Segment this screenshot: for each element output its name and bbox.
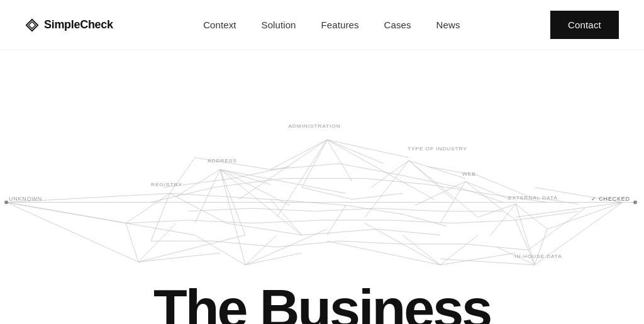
svg-line-72 — [340, 164, 402, 176]
svg-line-29 — [371, 160, 409, 187]
label-administration: ADMINISTRATION — [288, 123, 340, 129]
svg-line-73 — [402, 176, 459, 187]
svg-line-78 — [377, 208, 440, 211]
svg-line-20 — [220, 169, 346, 193]
hero-heading: The Business — [153, 281, 491, 324]
svg-line-31 — [409, 160, 478, 217]
nav-features[interactable]: Features — [321, 20, 359, 30]
svg-line-8 — [327, 140, 384, 164]
svg-line-38 — [491, 204, 516, 235]
svg-line-24 — [170, 193, 226, 223]
svg-line-103 — [478, 176, 528, 196]
svg-line-32 — [465, 181, 509, 199]
unknown-label: UNKNOWN — [9, 196, 42, 202]
logo-text: SimpleCheck — [44, 18, 113, 31]
network-svg: UNKNOWN ✓ CHECKED ADMINISTRATION TYPE OF… — [0, 50, 644, 277]
svg-line-66 — [352, 193, 402, 199]
contact-button[interactable]: Contact — [550, 11, 619, 39]
svg-line-71 — [270, 164, 340, 169]
svg-line-11 — [327, 140, 409, 157]
svg-line-39 — [478, 204, 516, 217]
label-address: ADDRESS — [208, 158, 237, 164]
label-registry: REGISTRY — [151, 182, 182, 187]
svg-line-10 — [302, 140, 327, 187]
svg-line-95 — [277, 241, 340, 247]
site-header: SimpleCheck Context Solution Features Ca… — [0, 0, 644, 50]
svg-line-74 — [459, 187, 503, 203]
nav-cases[interactable]: Cases — [384, 20, 411, 30]
svg-line-22 — [170, 158, 195, 194]
svg-line-90 — [390, 220, 453, 223]
svg-line-69 — [377, 229, 440, 235]
svg-line-6 — [547, 203, 623, 230]
svg-line-96 — [340, 241, 402, 244]
logo: SimpleCheck — [25, 18, 113, 32]
svg-line-91 — [453, 220, 516, 223]
svg-point-105 — [4, 201, 8, 204]
svg-line-62 — [346, 205, 402, 214]
svg-line-5 — [516, 203, 623, 218]
svg-line-3 — [6, 203, 126, 223]
svg-line-16 — [220, 169, 270, 184]
svg-line-27 — [409, 160, 465, 178]
svg-line-7 — [270, 140, 327, 169]
svg-line-86 — [126, 220, 189, 223]
svg-line-67 — [226, 223, 302, 235]
label-type-of-industry: TYPE OF INDUSTRY — [408, 146, 467, 152]
svg-line-28 — [409, 160, 453, 199]
logo-icon — [25, 18, 39, 32]
svg-line-68 — [302, 229, 377, 235]
svg-line-26 — [151, 193, 170, 241]
label-external-data: EXTERNAL DATA — [508, 195, 558, 201]
nav-solution[interactable]: Solution — [262, 20, 296, 30]
svg-line-83 — [365, 179, 428, 184]
svg-line-23 — [126, 193, 170, 223]
svg-line-98 — [465, 244, 528, 250]
svg-line-48 — [6, 203, 138, 262]
svg-line-75 — [189, 208, 252, 211]
svg-line-76 — [252, 208, 314, 211]
svg-line-35 — [415, 181, 465, 205]
svg-line-33 — [465, 181, 516, 220]
nav-news[interactable]: News — [436, 20, 460, 30]
nav-context[interactable]: Context — [203, 20, 236, 30]
svg-line-61 — [270, 199, 302, 235]
svg-line-9 — [327, 140, 352, 181]
label-web: WEB — [462, 171, 476, 177]
svg-line-77 — [314, 208, 377, 211]
main-nav: Context Solution Features Cases News — [203, 20, 460, 30]
svg-line-101 — [233, 167, 289, 179]
network-visualization: UNKNOWN ✓ CHECKED ADMINISTRATION TYPE OF… — [0, 50, 644, 277]
svg-line-87 — [189, 220, 252, 223]
checked-label: ✓ CHECKED — [591, 196, 630, 202]
svg-point-106 — [633, 201, 637, 204]
svg-line-64 — [402, 215, 447, 226]
main-content: UNKNOWN ✓ CHECKED ADMINISTRATION TYPE OF… — [0, 50, 644, 324]
